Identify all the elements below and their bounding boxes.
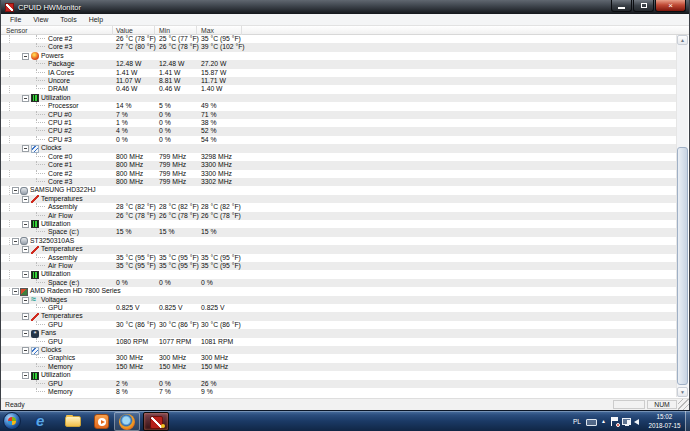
device-row[interactable]: SAMSUNG HD322HJ	[1, 186, 678, 194]
expand-toggle[interactable]	[22, 271, 29, 278]
sensor-row[interactable]: Core #226 °C (78 °F)25 °C (77 °F)35 °C (…	[1, 35, 678, 43]
vertical-scrollbar[interactable]: ▲ ▼	[676, 35, 688, 397]
sensor-label: GPU	[48, 338, 63, 347]
sensor-row[interactable]: Assembly28 °C (82 °F)28 °C (82 °F)28 °C …	[1, 203, 678, 211]
expand-toggle[interactable]	[22, 347, 29, 354]
sensor-row[interactable]: Air Flow35 °C (95 °F)35 °C (95 °F)35 °C …	[1, 262, 678, 270]
maximize-button[interactable]	[633, 0, 654, 12]
category-row[interactable]: Clocks	[1, 346, 678, 354]
sensor-min: 799 MHz	[159, 170, 186, 179]
sensor-row[interactable]: Processor14 %5 %49 %	[1, 102, 678, 110]
sensor-row[interactable]: GPU0.825 V0.825 V0.825 V	[1, 304, 678, 312]
minimize-button[interactable]	[611, 0, 632, 12]
category-row[interactable]: Utilization	[1, 220, 678, 228]
sensor-row[interactable]: Core #1800 MHz799 MHz3300 MHz	[1, 161, 678, 169]
show-desktop-button[interactable]	[685, 411, 690, 431]
window-controls: ×	[610, 0, 686, 12]
column-value[interactable]: Value	[116, 26, 133, 35]
speaker-icon[interactable]	[634, 419, 639, 425]
firefox-taskbar-button[interactable]	[114, 412, 140, 431]
category-row[interactable]: Powers	[1, 52, 678, 60]
sensor-row[interactable]: GPU2 %0 %26 %	[1, 380, 678, 388]
expand-toggle[interactable]	[22, 196, 29, 203]
sensor-row[interactable]: Space (c:)15 %15 %15 %	[1, 228, 678, 236]
sensor-row[interactable]: IA Cores1.41 W1.41 W15.87 W	[1, 69, 678, 77]
sensor-row[interactable]: Core #2800 MHz799 MHz3300 MHz	[1, 170, 678, 178]
expand-toggle[interactable]	[22, 372, 29, 379]
close-button[interactable]: ×	[655, 0, 686, 12]
sensor-value: 28 °C (82 °F)	[116, 203, 156, 212]
category-row[interactable]: Fans	[1, 329, 678, 337]
expand-toggle[interactable]	[22, 330, 29, 337]
category-row[interactable]: Utilization	[1, 270, 678, 278]
resize-grip[interactable]	[678, 399, 689, 410]
expand-toggle[interactable]	[22, 145, 29, 152]
menu-file[interactable]: File	[4, 16, 27, 23]
sensor-row[interactable]: Core #3800 MHz799 MHz3302 MHz	[1, 178, 678, 186]
expand-toggle[interactable]	[12, 238, 19, 245]
expand-toggle[interactable]	[22, 313, 29, 320]
category-row[interactable]: Temperatures	[1, 245, 678, 253]
menu-help[interactable]: Help	[83, 16, 109, 23]
sensor-row[interactable]: GPU30 °C (86 °F)30 °C (86 °F)30 °C (86 °…	[1, 321, 678, 329]
sensor-row[interactable]: CPU #30 %0 %54 %	[1, 136, 678, 144]
column-divider[interactable]	[241, 26, 242, 35]
sensor-row[interactable]: Memory8 %7 %9 %	[1, 388, 678, 396]
expand-toggle[interactable]	[22, 53, 29, 60]
category-row[interactable]: Clocks	[1, 144, 678, 152]
action-center-flag-icon[interactable]	[611, 417, 619, 426]
windows-explorer-icon[interactable]	[65, 416, 81, 427]
scrollbar-thumb[interactable]	[677, 147, 688, 385]
category-row[interactable]: Temperatures	[1, 312, 678, 320]
device-row[interactable]: ST3250310AS	[1, 237, 678, 245]
category-row[interactable]: Utilization	[1, 94, 678, 102]
sensor-row[interactable]: Assembly35 °C (95 °F)35 °C (95 °F)35 °C …	[1, 254, 678, 262]
column-divider[interactable]	[112, 26, 113, 35]
column-divider[interactable]	[196, 26, 197, 35]
category-row[interactable]: Utilization	[1, 371, 678, 379]
sensor-row[interactable]: CPU #07 %0 %71 %	[1, 111, 678, 119]
column-sensor[interactable]: Sensor	[6, 26, 28, 35]
language-indicator[interactable]: PL	[573, 418, 581, 425]
title-bar[interactable]: CPUID HWMonitor ×	[1, 0, 689, 14]
expand-toggle[interactable]	[12, 187, 19, 194]
sensor-row[interactable]: Air Flow26 °C (78 °F)26 °C (78 °F)26 °C …	[1, 212, 678, 220]
sensor-row[interactable]: Memory150 MHz150 MHz150 MHz	[1, 363, 678, 371]
scroll-down-arrow-icon[interactable]: ▼	[677, 387, 688, 397]
sensor-row[interactable]: DRAM0.46 W0.46 W1.40 W	[1, 85, 678, 93]
start-button[interactable]	[3, 412, 21, 430]
category-row[interactable]: Temperatures	[1, 195, 678, 203]
sensor-row[interactable]: Graphics300 MHz300 MHz300 MHz	[1, 354, 678, 362]
sensor-row[interactable]: Uncore11.07 W8.81 W11.71 W	[1, 77, 678, 85]
keyboard-layout-icon[interactable]	[586, 419, 597, 426]
sensor-row[interactable]: Package12.48 W12.48 W27.20 W	[1, 60, 678, 68]
sensor-row[interactable]: GPU1080 RPM1077 RPM1081 RPM	[1, 338, 678, 346]
sensor-row[interactable]: Space (e:)0 %0 %0 %	[1, 279, 678, 287]
category-row[interactable]: Voltages	[1, 296, 678, 304]
expand-toggle[interactable]	[12, 288, 19, 295]
expand-toggle[interactable]	[22, 95, 29, 102]
column-min[interactable]: Min	[159, 26, 170, 35]
column-max[interactable]: Max	[201, 26, 214, 35]
scroll-up-arrow-icon[interactable]: ▲	[677, 35, 688, 45]
sensor-row[interactable]: CPU #24 %0 %52 %	[1, 127, 678, 135]
sensor-row[interactable]: Core #327 °C (80 °F)26 °C (78 °F)39 °C (…	[1, 43, 678, 51]
media-player-icon[interactable]	[94, 414, 109, 429]
tree-connector	[36, 111, 45, 115]
expand-toggle[interactable]	[22, 221, 29, 228]
expand-toggle[interactable]	[22, 246, 29, 253]
menu-view[interactable]: View	[27, 16, 54, 23]
expand-toggle[interactable]	[22, 297, 29, 304]
hwmonitor-taskbar-button[interactable]	[143, 412, 169, 431]
menu-tools[interactable]: Tools	[54, 16, 82, 23]
show-hidden-icons-chevron[interactable]: ▲	[601, 418, 606, 424]
internet-explorer-icon[interactable]: e	[36, 413, 52, 429]
column-divider[interactable]	[154, 26, 155, 35]
taskbar-clock[interactable]: 15:02 2018-07-15	[644, 413, 685, 430]
sensor-label: Memory	[48, 388, 73, 397]
tree-connector	[36, 102, 45, 106]
device-row[interactable]: AMD Radeon HD 7800 Series	[1, 287, 678, 295]
sensor-label: Air Flow	[48, 212, 73, 221]
sensor-row[interactable]: CPU #11 %0 %38 %	[1, 119, 678, 127]
sensor-row[interactable]: Core #0800 MHz799 MHz3298 MHz	[1, 153, 678, 161]
